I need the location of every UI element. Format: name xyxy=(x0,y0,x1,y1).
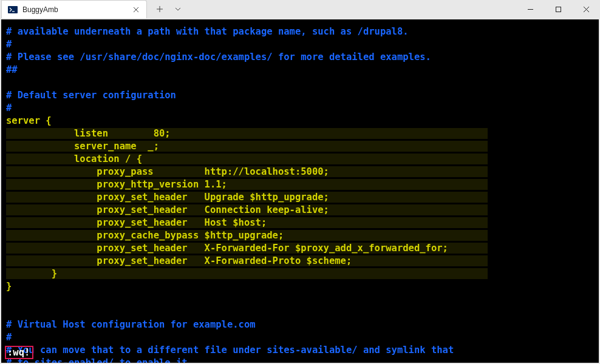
terminal-line: server { xyxy=(6,115,594,127)
terminal-line: # You can move that to a different file … xyxy=(6,344,594,357)
window-controls xyxy=(516,0,600,18)
terminal-line: proxy_pass http://localhost:5000; xyxy=(6,166,594,178)
terminal-line: # Virtual Host configuration for example… xyxy=(6,318,594,331)
terminal-line: ## xyxy=(6,64,594,76)
vim-command-input[interactable]: :wq! xyxy=(5,346,33,359)
terminal-line: server_name _; xyxy=(6,140,594,153)
tab-title: BuggyAmb xyxy=(22,5,132,14)
terminal-line: proxy_set_header Upgrade $http_upgrade; xyxy=(6,191,594,204)
terminal-line: # Default server configuration xyxy=(6,89,594,102)
terminal-line: proxy_set_header X-Forwarded-For $proxy_… xyxy=(6,242,594,255)
powershell-icon xyxy=(8,5,18,15)
tab-actions xyxy=(151,0,187,18)
terminal-viewport[interactable]: # available underneath a path with that … xyxy=(1,19,599,363)
titlebar: BuggyAmb xyxy=(0,0,600,19)
terminal-line: proxy_set_header Connection keep-alive; xyxy=(6,204,594,217)
terminal-line xyxy=(6,76,594,89)
tab-dropdown-button[interactable] xyxy=(169,0,187,18)
tab-close-button[interactable] xyxy=(132,5,140,14)
terminal-content: # available underneath a path with that … xyxy=(6,25,594,363)
terminal-line: proxy_set_header X-Forwarded-Proto $sche… xyxy=(6,255,594,268)
svg-rect-0 xyxy=(8,6,18,13)
terminal-line: listen 80; xyxy=(6,127,594,140)
close-button[interactable] xyxy=(572,0,600,18)
active-tab[interactable]: BuggyAmb xyxy=(1,0,147,18)
terminal-line: # xyxy=(6,331,594,344)
terminal-line: proxy_http_version 1.1; xyxy=(6,178,594,191)
terminal-line: } xyxy=(6,268,594,280)
terminal-line: } xyxy=(6,280,594,293)
svg-rect-7 xyxy=(556,7,561,12)
terminal-line: # Please see /usr/share/doc/nginx-doc/ex… xyxy=(6,51,594,64)
minimize-button[interactable] xyxy=(516,0,544,18)
terminal-line xyxy=(6,306,594,318)
new-tab-button[interactable] xyxy=(151,0,169,18)
terminal-line: # available underneath a path with that … xyxy=(6,25,594,38)
terminal-line: proxy_set_header Host $host; xyxy=(6,217,594,229)
terminal-line: proxy_cache_bypass $http_upgrade; xyxy=(6,229,594,242)
maximize-button[interactable] xyxy=(544,0,572,18)
terminal-line xyxy=(6,293,594,306)
terminal-line: location / { xyxy=(6,153,594,166)
terminal-line: # xyxy=(6,38,594,51)
terminal-line: # xyxy=(6,102,594,115)
terminal-line: # to sites-enabled/ to enable it. xyxy=(6,357,594,363)
